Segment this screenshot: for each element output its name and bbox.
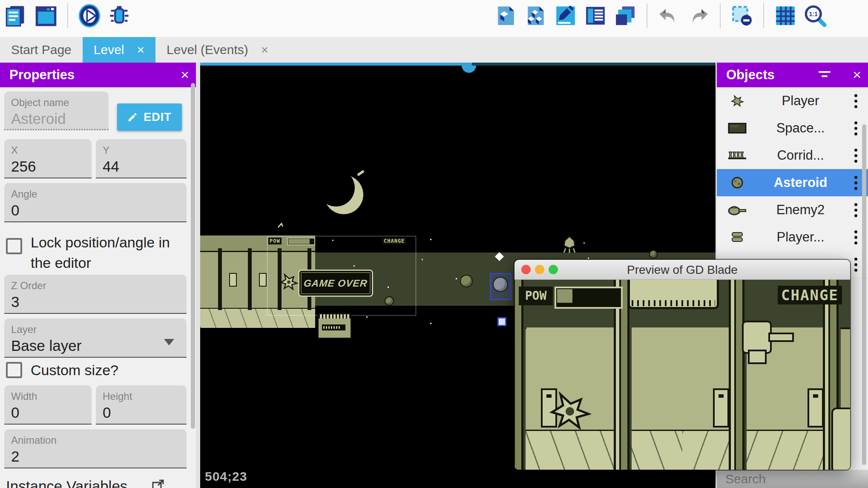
angle-field[interactable]: Angle 0 xyxy=(4,183,187,222)
object-name: Enemy2 xyxy=(758,202,843,218)
height-field[interactable]: Height 0 xyxy=(96,385,187,425)
project-manager-icon[interactable] xyxy=(4,4,28,28)
tab-level-events[interactable]: Level (Events) × xyxy=(155,37,279,63)
gdevelop-ide: 1:1 Start Page Level × Level (Events) × … xyxy=(0,0,868,488)
crescent-sprite[interactable] xyxy=(316,169,368,218)
field-label: Width xyxy=(11,390,37,402)
cursor-coordinates: 504;23 xyxy=(205,469,247,484)
extensions-cubes-icon[interactable] xyxy=(524,4,548,28)
arrow-sprite[interactable] xyxy=(277,221,286,230)
corridor-object-icon xyxy=(717,151,758,160)
ceiling-vent xyxy=(628,280,719,309)
pillar xyxy=(514,280,526,470)
z-order-field[interactable]: Z Order 3 xyxy=(4,275,187,314)
field-value: 256 xyxy=(11,158,36,175)
edit-scene-properties-icon[interactable] xyxy=(554,4,578,28)
selection-handle[interactable] xyxy=(462,66,476,73)
object-name: Asteroid xyxy=(758,175,843,190)
play-icon[interactable] xyxy=(78,4,101,28)
object-name: Space... xyxy=(758,121,843,136)
export-project-icon[interactable] xyxy=(494,4,518,28)
asteroid-sprite[interactable] xyxy=(649,250,658,258)
game-over-text: GAME OVER xyxy=(303,278,368,289)
door-panel xyxy=(713,388,729,428)
cartridge-sprite[interactable] xyxy=(317,313,352,339)
animation-field[interactable]: Animation 2 xyxy=(4,429,187,468)
field-label: Y xyxy=(103,144,109,156)
custom-size-checkbox[interactable] xyxy=(6,362,22,378)
close-icon[interactable]: × xyxy=(853,66,861,83)
player2-object-icon xyxy=(717,231,758,243)
toolbar-right-group: 1:1 xyxy=(494,3,827,28)
preview-game-view: POW CHANGE xyxy=(514,280,850,470)
field-label: Object name xyxy=(11,97,69,109)
preview-window[interactable]: Preview of GD Blade POW CHANGE xyxy=(514,260,850,470)
objects-scrollbar[interactable] xyxy=(862,124,866,465)
asteroid-object-icon xyxy=(717,176,758,189)
pow-label: POW xyxy=(519,287,553,305)
object-row-enemy2[interactable]: Enemy2 xyxy=(717,196,868,224)
enemy-walker-sprite[interactable] xyxy=(561,235,578,253)
game-over-logo[interactable]: GAME OVER xyxy=(298,270,373,297)
chevron-down-icon[interactable] xyxy=(164,339,174,345)
redo-icon[interactable] xyxy=(687,4,710,28)
filter-icon[interactable] xyxy=(819,71,831,80)
pow-label: POW xyxy=(268,238,282,244)
enemy2-object-icon xyxy=(717,204,758,215)
zoom-one-to-one-icon[interactable]: 1:1 xyxy=(803,4,827,28)
width-field[interactable]: Width 0 xyxy=(4,385,92,425)
player-object-icon xyxy=(717,94,758,108)
space-background-icon xyxy=(717,123,758,134)
selected-asteroid[interactable] xyxy=(490,273,512,300)
object-row-asteroid[interactable]: Asteroid xyxy=(717,169,868,197)
stars xyxy=(200,235,201,237)
toolbar-separator xyxy=(67,3,68,28)
layer-select[interactable]: Layer Base layer xyxy=(4,319,187,358)
lock-position-checkbox[interactable] xyxy=(6,238,22,254)
object-row-corridor[interactable]: Corrid... xyxy=(717,142,868,169)
close-icon[interactable]: × xyxy=(137,43,144,56)
y-field[interactable]: Y 44 xyxy=(96,139,187,178)
asteroid-sprite[interactable] xyxy=(385,296,394,306)
change-label: CHANGE xyxy=(778,286,842,304)
pencil-icon xyxy=(127,112,138,123)
toolbar-separator xyxy=(763,3,764,28)
edit-object-button[interactable]: EDIT xyxy=(117,103,182,131)
pow-bar xyxy=(555,287,623,309)
properties-header: Properties × xyxy=(0,63,196,87)
object-row-player2[interactable]: Player... xyxy=(717,224,868,251)
close-icon[interactable]: × xyxy=(181,66,189,83)
open-external-icon[interactable] xyxy=(152,479,164,488)
pow-bar xyxy=(287,238,315,245)
close-icon[interactable]: × xyxy=(261,43,269,56)
search-input[interactable] xyxy=(717,471,868,487)
field-label: Height xyxy=(103,390,132,402)
field-value: Asteroid xyxy=(11,110,66,127)
enemy-sprite-partial xyxy=(831,408,850,470)
resize-handle[interactable] xyxy=(497,317,506,326)
preview-titlebar[interactable]: Preview of GD Blade xyxy=(514,260,850,280)
x-field[interactable]: X 256 xyxy=(4,139,92,178)
open-window-icon[interactable] xyxy=(34,4,58,28)
grid-icon[interactable] xyxy=(773,4,797,28)
object-row-player[interactable]: Player xyxy=(717,87,868,115)
layers-icon[interactable] xyxy=(613,4,637,28)
tab-level[interactable]: Level × xyxy=(83,37,155,63)
debug-icon[interactable] xyxy=(107,4,131,28)
kebab-menu-icon[interactable] xyxy=(843,94,868,108)
object-row-space[interactable]: Space... xyxy=(717,115,868,142)
objects-list-icon[interactable] xyxy=(583,4,607,28)
deselect-all-icon[interactable] xyxy=(730,4,754,28)
tab-label: Start Page xyxy=(11,43,72,57)
edit-button-label: EDIT xyxy=(144,111,172,124)
asteroid-sprite[interactable] xyxy=(460,275,473,287)
properties-scrollbar[interactable] xyxy=(191,83,195,429)
tab-start-page[interactable]: Start Page xyxy=(0,37,83,63)
object-name-field: Object name Asteroid xyxy=(4,92,109,130)
player-ship-sprite xyxy=(549,387,591,435)
undo-icon[interactable] xyxy=(657,4,681,28)
field-value: 0 xyxy=(11,404,19,421)
hand-enemy-sprite xyxy=(742,321,793,363)
player-ship-sprite[interactable] xyxy=(279,271,298,293)
field-label: Z Order xyxy=(11,280,46,292)
